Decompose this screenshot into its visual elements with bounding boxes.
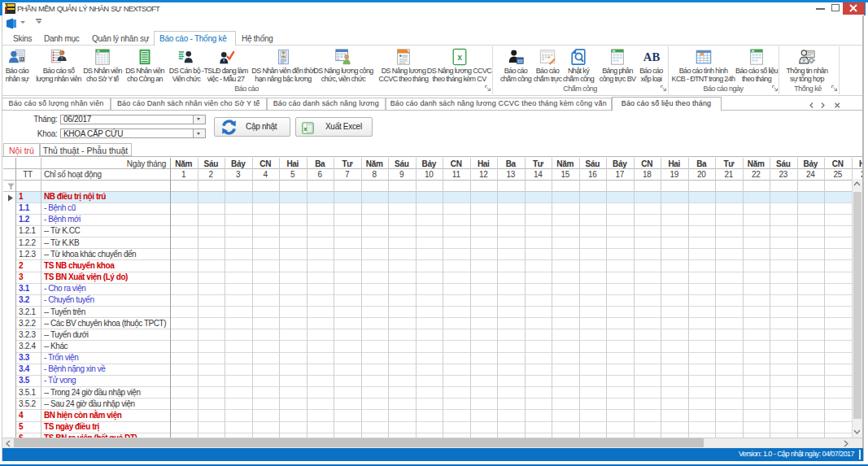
- svg-text:x: x: [457, 52, 462, 61]
- svg-text:AB: AB: [643, 50, 660, 63]
